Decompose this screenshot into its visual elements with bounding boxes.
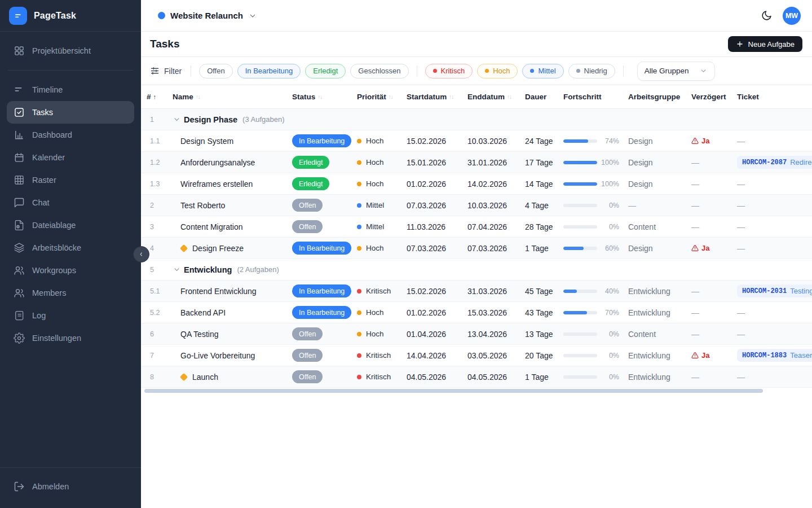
row-number: 1.3 [147, 180, 173, 188]
column-header-ticket[interactable]: Ticket [737, 93, 812, 101]
new-task-button[interactable]: Neue Aufgabe [728, 36, 802, 52]
column-header-dauer[interactable]: Dauer [525, 93, 563, 101]
group-select[interactable]: Alle Gruppen [637, 62, 715, 81]
end-date: 04.05.2026 [467, 373, 525, 382]
ticket-cell: HORCOM-2031Testing [737, 284, 812, 297]
table-row[interactable]: 7 Go-Live Vorbereitung Offen Kritisch 14… [141, 345, 812, 366]
column-header-name[interactable]: Name↑↓ [173, 93, 292, 101]
group-row[interactable]: 5 Entwicklung (2 Aufgaben) [141, 259, 812, 281]
calendar-icon [14, 152, 25, 163]
duration: 28 Tage [525, 222, 563, 231]
chevron-down-icon[interactable] [173, 265, 181, 274]
empty-value: — [737, 179, 745, 189]
table-row[interactable]: 2 Test Roberto Offen Mittel 07.03.2026 1… [141, 195, 812, 216]
empty-value: — [691, 179, 699, 189]
ticket-link[interactable]: HORCOM-1883Teaser [737, 349, 812, 362]
horizontal-scrollbar[interactable] [144, 389, 763, 393]
row-number: 5.1 [147, 287, 173, 295]
delayed-cell: — [691, 308, 737, 317]
filter-menu-button[interactable]: Filter [150, 66, 182, 76]
table-row[interactable]: 4 Design Freeze In Bearbeitung Hoch 07.0… [141, 238, 812, 259]
progress-percent: 0% [609, 202, 619, 209]
filter-chip-erledigt[interactable]: Erledigt [305, 64, 346, 78]
column-header-arbeitsgruppe[interactable]: Arbeitsgruppe [628, 93, 691, 101]
ticket-link[interactable]: HORCOM-2087Redirects [737, 156, 812, 169]
scroll-icon [14, 310, 25, 321]
column-header-prioritat[interactable]: Priorität↑↓ [357, 93, 407, 101]
column-header-verzogert[interactable]: Verzögert [691, 93, 737, 101]
task-name: Design Freeze [192, 244, 244, 253]
sidebar-item-dateiablage[interactable]: Dateiablage [7, 214, 134, 237]
progress-bar [563, 139, 597, 143]
progress-percent: 70% [605, 309, 619, 317]
filter-chip-kritisch[interactable]: Kritisch [425, 64, 473, 78]
table-row[interactable]: 5.1 Frontend Entwicklung In Bearbeitung … [141, 281, 812, 302]
progress-percent: 0% [609, 223, 619, 231]
app-logo[interactable] [9, 7, 27, 25]
priority-cell: Hoch [357, 179, 407, 188]
sidebar-item-tasks[interactable]: Tasks [7, 101, 134, 124]
table-row[interactable]: 3 Content Migration Offen Mittel 11.03.2… [141, 216, 812, 238]
column-header-num[interactable]: #↑ [147, 93, 173, 101]
task-name: Anforderungsanalyse [180, 158, 255, 167]
filter-chip-niedrig[interactable]: Niedrig [568, 64, 615, 78]
sidebar-item-dashboard[interactable]: Dashboard [7, 124, 134, 146]
sidebar-collapse-button[interactable] [133, 246, 149, 262]
sidebar-item-workgroups[interactable]: Workgroups [7, 259, 134, 282]
pagetask-logo-icon [13, 11, 23, 21]
sidebar-item-einstellungen[interactable]: Einstellungen [7, 327, 134, 349]
table-row[interactable]: 8 Launch Offen Kritisch 04.05.2026 04.05… [141, 366, 812, 388]
filter-chip-mittel[interactable]: Mittel [522, 64, 563, 78]
group-row[interactable]: 1 Design Phase (3 Aufgaben) [141, 109, 812, 130]
workgroup: Design [628, 244, 691, 253]
column-header-enddatum[interactable]: Enddatum↑↓ [467, 93, 525, 101]
ticket-link[interactable]: HORCOM-2031Testing [737, 284, 812, 297]
progress-percent: 100% [601, 180, 619, 188]
sidebar-item-members[interactable]: Members [7, 282, 134, 304]
sort-icon: ↑↓ [317, 94, 322, 100]
sidebar-item-log[interactable]: Log [7, 304, 134, 327]
delayed-cell: Ja [691, 351, 737, 360]
start-date: 04.05.2026 [407, 373, 467, 382]
progress-bar [563, 354, 597, 357]
status-badge: Offen [292, 370, 323, 383]
status-badge: Offen [292, 327, 323, 340]
column-header-fortschritt[interactable]: Fortschritt [563, 93, 628, 101]
column-header-status[interactable]: Status↑↓ [292, 93, 357, 101]
chevron-down-icon[interactable] [173, 115, 181, 124]
sidebar-item-projektubersicht[interactable]: Projektübersicht [7, 40, 134, 62]
table-row[interactable]: 1.1 Design System In Bearbeitung Hoch 15… [141, 130, 812, 152]
filter-chip-in-bearbeitung[interactable]: In Bearbeitung [237, 64, 301, 78]
progress-bar [563, 290, 597, 293]
timeline-icon [14, 84, 25, 95]
table-header-row: #↑Name↑↓Status↑↓Priorität↑↓Startdatum↑↓E… [141, 85, 812, 109]
start-date: 15.02.2026 [407, 137, 467, 146]
table-row[interactable]: 1.3 Wireframes erstellen Erledigt Hoch 0… [141, 173, 812, 195]
table-row[interactable]: 5.2 Backend API In Bearbeitung Hoch 01.0… [141, 302, 812, 323]
column-header-startdatum[interactable]: Startdatum↑↓ [407, 93, 467, 101]
chevron-down-icon [248, 11, 257, 20]
empty-value: — [691, 373, 699, 382]
row-number: 6 [147, 330, 173, 338]
duration: 1 Tage [525, 373, 563, 382]
dark-mode-toggle[interactable] [757, 7, 775, 25]
sidebar: PageTask ProjektübersichtTimelineTasksDa… [0, 0, 141, 508]
file-icon [14, 220, 25, 231]
sidebar-item-timeline[interactable]: Timeline [7, 78, 134, 101]
table-row[interactable]: 6 QA Testing Offen Hoch 01.04.2026 13.04… [141, 323, 812, 345]
sidebar-item-arbeitsblocke[interactable]: Arbeitsblöcke [7, 237, 134, 259]
sidebar-item-kalender[interactable]: Kalender [7, 146, 134, 169]
logout-button[interactable]: Abmelden [7, 475, 134, 498]
avatar[interactable]: MW [783, 7, 801, 25]
project-selector[interactable]: Website Relaunch [158, 11, 257, 20]
start-date: 14.04.2026 [407, 351, 467, 360]
workgroup: Content [628, 330, 691, 339]
filter-chip-geschlossen[interactable]: Geschlossen [350, 64, 408, 78]
filter-chip-offen[interactable]: Offen [199, 64, 233, 78]
priority-dot [357, 353, 361, 358]
sidebar-item-chat[interactable]: Chat [7, 191, 134, 214]
ticket-cell: — [737, 373, 812, 382]
sidebar-item-raster[interactable]: Raster [7, 169, 134, 191]
filter-chip-hoch[interactable]: Hoch [477, 64, 518, 78]
table-row[interactable]: 1.2 Anforderungsanalyse Erledigt Hoch 15… [141, 152, 812, 173]
